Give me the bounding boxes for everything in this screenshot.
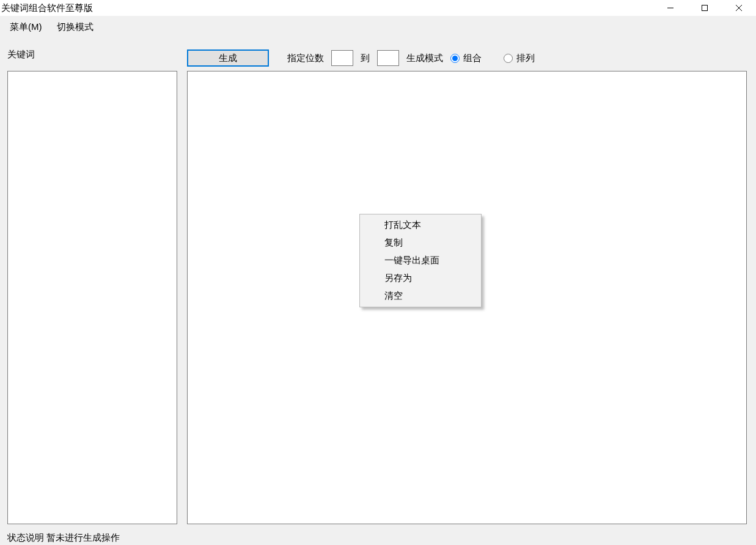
- window-title: 关键词组合软件至尊版: [1, 2, 93, 14]
- radio-combine[interactable]: [450, 54, 460, 63]
- mode-label: 生成模式: [406, 53, 443, 64]
- to-label: 到: [361, 53, 370, 64]
- toolbar: 生成 指定位数 到 生成模式 组合 排列: [187, 49, 747, 67]
- context-clear[interactable]: 清空: [361, 287, 480, 305]
- digits-from-input[interactable]: [331, 50, 353, 66]
- keywords-textarea[interactable]: [7, 71, 177, 524]
- context-copy[interactable]: 复制: [361, 234, 480, 252]
- generate-button[interactable]: 生成: [187, 49, 269, 67]
- keywords-label: 关键词: [7, 49, 177, 60]
- context-export-desktop[interactable]: 一键导出桌面: [361, 252, 480, 269]
- menu-switch-mode[interactable]: 切换模式: [57, 21, 94, 33]
- digits-label: 指定位数: [287, 53, 324, 64]
- context-save-as[interactable]: 另存为: [361, 269, 480, 287]
- digits-to-input[interactable]: [377, 50, 399, 66]
- menu-main[interactable]: 菜单(M): [10, 21, 42, 33]
- titlebar: 关键词组合软件至尊版: [0, 0, 756, 16]
- radio-combine-label: 组合: [463, 53, 482, 64]
- maximize-button[interactable]: [688, 0, 722, 16]
- minimize-icon: [667, 4, 674, 12]
- close-button[interactable]: [722, 0, 756, 16]
- radio-permute[interactable]: [504, 54, 513, 63]
- radio-permute-wrap[interactable]: 排列: [504, 53, 535, 64]
- minimize-button[interactable]: [653, 0, 688, 16]
- left-panel: 关键词: [7, 49, 177, 68]
- window-controls: [653, 0, 756, 16]
- context-menu: 打乱文本 复制 一键导出桌面 另存为 清空: [359, 214, 482, 307]
- radio-permute-label: 排列: [516, 53, 535, 64]
- close-icon: [735, 4, 743, 12]
- statusbar: 状态说明 暂未进行生成操作: [0, 530, 756, 545]
- radio-combine-wrap[interactable]: 组合: [450, 53, 482, 64]
- right-panel: 生成 指定位数 到 生成模式 组合 排列: [187, 49, 747, 67]
- maximize-icon: [701, 4, 708, 12]
- status-text: 状态说明 暂未进行生成操作: [7, 532, 120, 544]
- svg-rect-1: [702, 5, 708, 11]
- context-shuffle-text[interactable]: 打乱文本: [361, 216, 480, 234]
- menubar: 菜单(M) 切换模式: [0, 16, 756, 38]
